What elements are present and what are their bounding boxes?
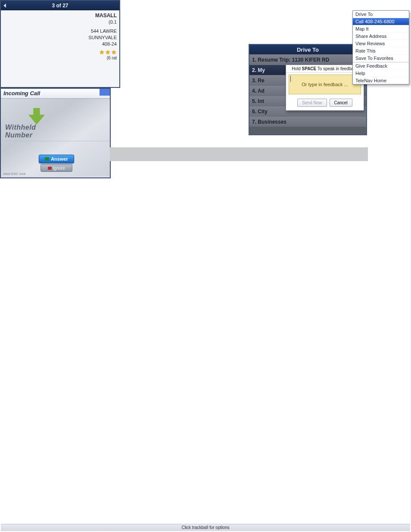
bottom-hint: Hold ESC lock (3, 172, 26, 175)
business-address-line1: 544 LAWRE (3, 28, 117, 34)
screen-title-bar: Drive To (249, 45, 366, 54)
menu-item[interactable]: Save To Favorites (353, 55, 409, 62)
ignore-button[interactable]: Ignore (40, 164, 72, 172)
star-icon: ★ (99, 49, 105, 55)
phone-ignore-icon (48, 167, 52, 170)
menu-item[interactable]: Give Feedback (353, 62, 409, 70)
details-header: 3 of 27 (1, 1, 119, 10)
business-address-line2: SUNNYVALE (3, 34, 117, 41)
answer-button[interactable]: Answer (39, 155, 74, 163)
menu-item[interactable]: TeleNav Home (353, 77, 409, 84)
business-detail: MASALL (0.1 544 LAWRE SUNNYVALE 408-24 ★… (1, 10, 119, 61)
popup-menu: Drive ToCall 408-245-6800Map ItShare Add… (352, 10, 409, 84)
screenshot-details-popup-menu: 3 of 27 MASALL (0.1 544 LAWRE SUNNYVALE … (0, 0, 120, 88)
footer-hint: Click trackball for options (1, 524, 410, 531)
send-now-button[interactable]: Send Now (297, 99, 327, 107)
menu-item[interactable]: Call 408-245-6800 (353, 18, 409, 25)
menu-item[interactable]: View Reviews (353, 40, 409, 47)
text-cursor (290, 76, 291, 82)
menu-item[interactable]: Share Address (353, 33, 409, 40)
screenshot-drive-to-feedback: Drive To 1. Resume Trip: 1130 KIFER RD2.… (249, 44, 367, 135)
menu-item[interactable]: Map It (353, 25, 409, 33)
screen-title: Drive To (297, 47, 319, 53)
drive-to-list-item[interactable]: 1. Resume Trip: 1130 KIFER RD (249, 54, 366, 65)
feedback-tip: Hold SPACE To speak in feedback (286, 65, 364, 73)
cancel-button[interactable]: Cancel (330, 99, 352, 107)
result-counter: 3 of 27 (52, 3, 68, 9)
business-distance: (0.1 (3, 19, 117, 25)
business-phone: 408-24 (3, 41, 117, 47)
menu-item[interactable]: Drive To (353, 11, 409, 18)
drive-to-list-item[interactable]: 7. Businesses (249, 116, 366, 127)
feedback-placeholder: Or type in feedback ... (289, 75, 361, 94)
incoming-call-title-bar: Incoming Call (1, 89, 110, 99)
business-name: MASALL (3, 12, 117, 19)
screenshot-incoming-call: Incoming Call Withheld Number Answer Ign… (0, 88, 111, 178)
corner-flag-icon (100, 89, 110, 96)
incoming-call-title: Incoming Call (3, 90, 40, 96)
caller-id: Withheld Number (4, 124, 110, 141)
ratings-count: (6 rat (3, 55, 117, 61)
menu-item[interactable]: Help (353, 70, 409, 77)
phone-answer-icon (45, 157, 49, 161)
feedback-input[interactable]: Or type in feedback ... (289, 75, 361, 94)
rating-stars: ★ ★ ★ (3, 49, 117, 55)
menu-item[interactable]: Rate This (353, 47, 409, 55)
star-icon: ★ (111, 49, 117, 55)
back-arrow-icon[interactable] (3, 3, 6, 8)
star-icon: ★ (105, 49, 111, 55)
call-background: Withheld Number Answer Ignore Hold ESC l… (1, 99, 110, 176)
